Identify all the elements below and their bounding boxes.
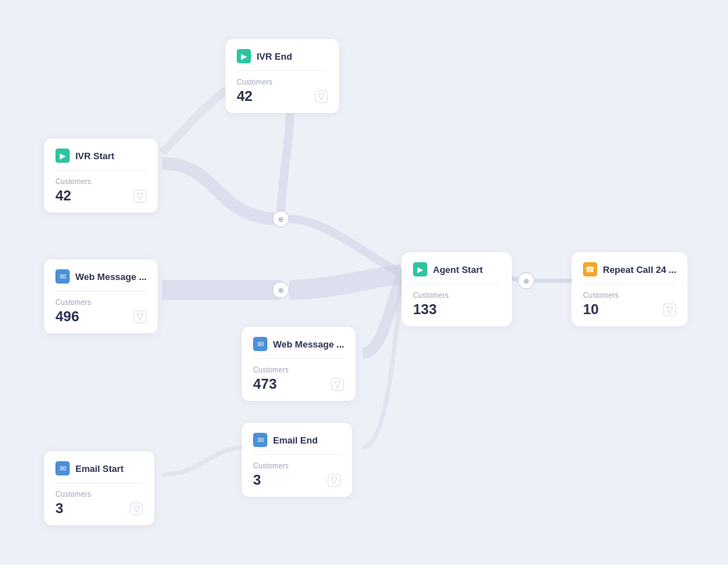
connector-mid1[interactable]: ⊕ — [272, 210, 289, 227]
email-end-chevron[interactable]: ▽ — [328, 474, 341, 487]
ivr-start-title: IVR Start — [75, 151, 114, 161]
ivr-end-customers-label: Customers — [237, 78, 328, 86]
ivr-start-customers-label: Customers — [55, 178, 146, 185]
agent-start-customers-value: 133 — [413, 301, 437, 318]
ivr-end-title: IVR End — [257, 51, 292, 62]
node-ivr-end[interactable]: ▶ IVR End Customers 42 ▽ — [225, 39, 339, 113]
node-web-message-left-header: ✉ Web Message ... — [55, 269, 146, 291]
node-web-message-left[interactable]: ✉ Web Message ... Customers 496 ▽ — [44, 259, 158, 333]
ivr-end-chevron[interactable]: ▽ — [315, 90, 328, 103]
agent-start-icon: ▶ — [413, 262, 427, 276]
node-repeat-call[interactable]: ☎ Repeat Call 24 ... Customers 10 ▽ — [572, 252, 687, 326]
node-web-message-center[interactable]: ✉ Web Message ... Customers 473 ▽ — [242, 327, 355, 401]
ivr-start-chevron[interactable]: ▽ — [134, 190, 146, 203]
email-end-icon: ✉ — [253, 433, 267, 447]
node-email-end-header: ✉ Email End — [253, 433, 341, 455]
node-email-start[interactable]: ✉ Email Start Customers 3 ▽ — [44, 451, 154, 525]
web-message-left-icon: ✉ — [55, 269, 70, 284]
repeat-call-customers-value: 10 — [583, 301, 599, 318]
connector-mid2[interactable]: ⊕ — [272, 281, 289, 298]
repeat-call-title: Repeat Call 24 ... — [603, 264, 676, 275]
web-message-left-customers-label: Customers — [55, 298, 146, 306]
web-message-left-chevron[interactable]: ▽ — [134, 311, 146, 323]
web-message-left-title: Web Message ... — [75, 271, 146, 282]
agent-start-customers-label: Customers — [413, 291, 500, 299]
node-agent-start[interactable]: ▶ Agent Start Customers 133 — [402, 252, 512, 326]
email-start-chevron[interactable]: ▽ — [130, 502, 143, 515]
ivr-end-icon: ▶ — [237, 49, 251, 63]
node-ivr-start[interactable]: ▶ IVR Start Customers 42 ▽ — [44, 139, 158, 212]
email-end-customers-value: 3 — [253, 472, 261, 488]
repeat-call-icon: ☎ — [583, 262, 597, 276]
node-ivr-end-header: ▶ IVR End — [237, 49, 328, 71]
repeat-call-chevron[interactable]: ▽ — [663, 303, 676, 316]
web-message-center-title: Web Message ... — [273, 339, 344, 350]
email-end-customers-label: Customers — [253, 462, 341, 470]
node-email-start-header: ✉ Email Start — [55, 461, 143, 483]
node-repeat-call-header: ☎ Repeat Call 24 ... — [583, 262, 676, 284]
ivr-start-customers-value: 42 — [55, 188, 71, 204]
email-start-customers-label: Customers — [55, 490, 143, 498]
ivr-end-customers-value: 42 — [237, 88, 252, 104]
email-start-icon: ✉ — [55, 461, 70, 475]
connector-right[interactable]: ⊕ — [518, 272, 535, 289]
web-message-center-customers-value: 473 — [253, 376, 277, 392]
agent-start-title: Agent Start — [433, 264, 483, 275]
email-start-customers-value: 3 — [55, 500, 63, 517]
web-message-center-customers-label: Customers — [253, 366, 344, 374]
node-web-message-center-header: ✉ Web Message ... — [253, 337, 344, 359]
repeat-call-customers-label: Customers — [583, 291, 676, 299]
email-end-title: Email End — [273, 435, 318, 446]
web-message-left-customers-value: 496 — [55, 308, 79, 325]
node-email-end[interactable]: ✉ Email End Customers 3 ▽ — [242, 423, 352, 497]
ivr-start-icon: ▶ — [55, 149, 70, 163]
node-ivr-start-header: ▶ IVR Start — [55, 149, 146, 171]
web-message-center-icon: ✉ — [253, 337, 267, 351]
email-start-title: Email Start — [75, 463, 124, 474]
node-agent-start-header: ▶ Agent Start — [413, 262, 500, 284]
canvas: ▶ IVR End Customers 42 ▽ ▶ IVR Start Cus… — [0, 0, 728, 565]
web-message-center-chevron[interactable]: ▽ — [331, 378, 344, 391]
